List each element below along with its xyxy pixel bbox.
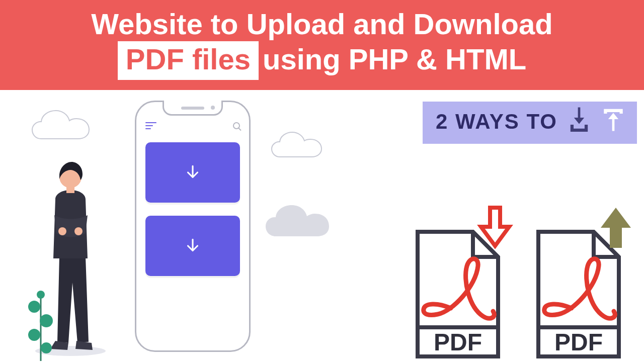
speaker-icon — [181, 107, 204, 110]
ways-badge-wrap: 2 WAYS TO — [423, 102, 637, 144]
hamburger-icon — [145, 122, 156, 129]
search-icon — [233, 122, 240, 129]
title-line-2: PDF filesusing PHP & HTML — [0, 41, 644, 79]
title-banner: Website to Upload and Download PDF files… — [0, 0, 644, 90]
svg-point-5 — [28, 301, 40, 313]
camera-dot-icon — [211, 106, 215, 110]
pdf-pair: PDF PDF — [408, 229, 629, 361]
svg-point-1 — [58, 227, 66, 235]
ways-badge-text: 2 WAYS TO — [436, 110, 557, 134]
cloud-icon — [271, 131, 331, 163]
arrow-down-icon — [183, 236, 202, 255]
phone-mockup — [135, 101, 251, 352]
title-line-1: Website to Upload and Download — [0, 7, 644, 41]
download-icon — [567, 107, 592, 137]
pdf-label: PDF — [434, 329, 482, 355]
phone-notch — [163, 101, 223, 116]
svg-point-8 — [41, 342, 52, 353]
svg-point-6 — [40, 314, 53, 327]
title-line-2-rest: using PHP & HTML — [263, 43, 526, 75]
svg-point-9 — [37, 291, 45, 299]
pdf-upload-block: PDF — [528, 229, 629, 361]
cloud-icon — [31, 110, 99, 145]
upload-arrow-icon — [598, 206, 634, 251]
plant-illustration — [23, 287, 58, 362]
pdf-download-block: PDF — [408, 229, 508, 361]
cloud-icon — [265, 203, 340, 243]
svg-point-7 — [28, 329, 40, 341]
phone-topbar — [145, 122, 240, 129]
title-pill: PDF files — [118, 41, 259, 79]
download-arrow-icon — [477, 206, 513, 251]
upload-icon — [601, 107, 626, 137]
ways-badge: 2 WAYS TO — [423, 102, 637, 144]
arrow-down-icon — [183, 163, 202, 182]
download-card — [145, 142, 240, 203]
pdf-label: PDF — [554, 329, 603, 355]
phone-cards — [145, 142, 240, 289]
svg-point-2 — [74, 227, 83, 235]
download-card — [145, 216, 240, 276]
